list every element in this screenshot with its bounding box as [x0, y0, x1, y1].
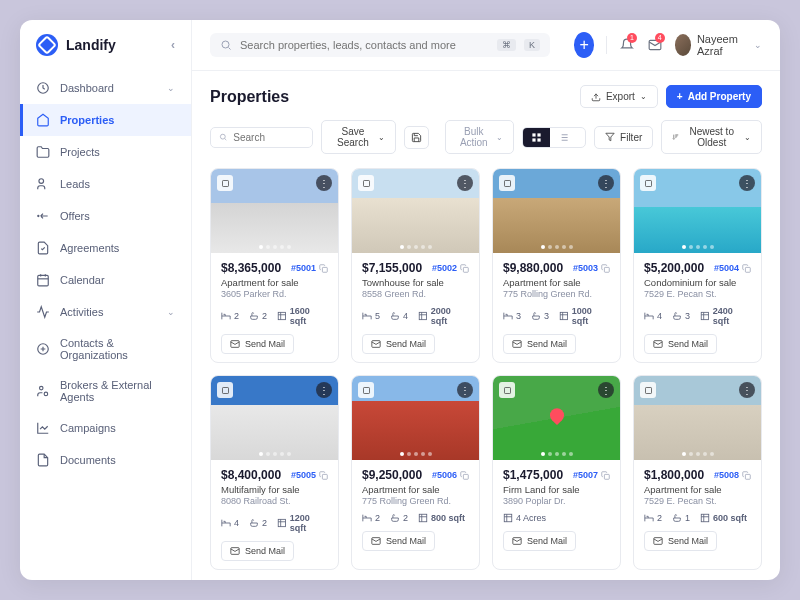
- save-search-button[interactable]: Save Search ⌄: [321, 120, 396, 154]
- nav-item-projects[interactable]: Projects: [20, 136, 191, 168]
- list-view-icon[interactable]: [550, 128, 577, 147]
- property-card[interactable]: ⋮ $7,155,000 #5002 Townhouse for sale 85…: [351, 168, 480, 363]
- nav-label: Documents: [60, 454, 116, 466]
- send-mail-button[interactable]: Send Mail: [503, 334, 576, 354]
- beds: 5: [362, 311, 380, 321]
- nav-item-offers[interactable]: Offers: [20, 200, 191, 232]
- nav-icon: [36, 81, 50, 95]
- property-card[interactable]: ⋮ $1,475,000 #5007 Firm Land for sale 38…: [492, 375, 621, 570]
- carousel-dots: [682, 245, 714, 249]
- property-card[interactable]: ⋮ $9,250,000 #5006 Apartment for sale 77…: [351, 375, 480, 570]
- property-type: Firm Land for sale: [503, 484, 610, 495]
- property-features: 4 Acres: [503, 513, 610, 523]
- card-menu-icon[interactable]: ⋮: [457, 382, 473, 398]
- send-mail-button[interactable]: Send Mail: [644, 334, 717, 354]
- card-menu-icon[interactable]: ⋮: [316, 382, 332, 398]
- property-id[interactable]: #5008: [714, 470, 751, 480]
- area: 2400 sqft: [700, 306, 751, 326]
- global-search-input[interactable]: [240, 39, 489, 51]
- nav-icon: [36, 421, 50, 435]
- search-filter-input[interactable]: [233, 132, 304, 143]
- nav-item-calendar[interactable]: Calendar: [20, 264, 191, 296]
- property-card[interactable]: ⋮ $1,800,000 #5008 Apartment for sale 75…: [633, 375, 762, 570]
- send-mail-button[interactable]: Send Mail: [362, 334, 435, 354]
- search-filter[interactable]: [210, 127, 313, 148]
- property-id[interactable]: #5005: [291, 470, 328, 480]
- svg-rect-28: [504, 180, 510, 186]
- beds: 4: [221, 518, 239, 528]
- nav-item-dashboard[interactable]: Dashboard⌄: [20, 72, 191, 104]
- property-card[interactable]: ⋮ $5,200,000 #5004 Condominium for sale …: [633, 168, 762, 363]
- property-features: 2 2 800 sqft: [362, 513, 469, 523]
- carousel-dots: [259, 245, 291, 249]
- sort-button[interactable]: Newest to Oldest ⌄: [661, 120, 762, 154]
- baths: 1: [672, 513, 690, 523]
- nav-item-activities[interactable]: Activities⌄: [20, 296, 191, 328]
- land-area: 4 Acres: [503, 513, 546, 523]
- property-card[interactable]: ⋮ $8,365,000 #5001 Apartment for sale 36…: [210, 168, 339, 363]
- card-menu-icon[interactable]: ⋮: [739, 175, 755, 191]
- add-property-button[interactable]: + Add Property: [666, 85, 762, 108]
- export-button[interactable]: Export ⌄: [580, 85, 658, 108]
- svg-point-10: [222, 41, 229, 48]
- area: 1200 sqft: [277, 513, 328, 533]
- filter-button[interactable]: Filter: [594, 126, 653, 149]
- property-type-badge-icon: [499, 382, 515, 398]
- send-mail-button[interactable]: Send Mail: [362, 531, 435, 551]
- property-card[interactable]: ⋮ $8,400,000 #5005 Multifamily for sale …: [210, 375, 339, 570]
- card-menu-icon[interactable]: ⋮: [457, 175, 473, 191]
- svg-rect-32: [645, 180, 651, 186]
- send-mail-button[interactable]: Send Mail: [221, 541, 294, 561]
- baths: 3: [672, 311, 690, 321]
- nav-label: Dashboard: [60, 82, 114, 94]
- svg-rect-49: [745, 474, 750, 479]
- nav-item-brokers-external-agents[interactable]: Brokers & External Agents: [20, 370, 191, 412]
- card-menu-icon[interactable]: ⋮: [598, 382, 614, 398]
- add-fab-button[interactable]: +: [574, 32, 594, 58]
- user-menu[interactable]: Nayeem Azraf ⌄: [675, 33, 762, 57]
- property-features: 4 3 2400 sqft: [644, 306, 751, 326]
- svg-rect-42: [419, 514, 427, 522]
- property-type: Condominium for sale: [644, 277, 751, 288]
- send-mail-button[interactable]: Send Mail: [644, 531, 717, 551]
- svg-rect-20: [222, 180, 228, 186]
- property-id[interactable]: #5007: [573, 470, 610, 480]
- nav-item-campaigns[interactable]: Campaigns: [20, 412, 191, 444]
- svg-rect-44: [504, 387, 510, 393]
- property-type: Apartment for sale: [503, 277, 610, 288]
- send-mail-button[interactable]: Send Mail: [503, 531, 576, 551]
- nav-item-leads[interactable]: Leads: [20, 168, 191, 200]
- baths: 2: [249, 518, 267, 528]
- property-id[interactable]: #5004: [714, 263, 751, 273]
- bulk-action-button[interactable]: Bulk Action ⌄: [445, 120, 514, 154]
- nav-item-documents[interactable]: Documents: [20, 444, 191, 476]
- nav-icon: [36, 145, 50, 159]
- card-menu-icon[interactable]: ⋮: [598, 175, 614, 191]
- property-id[interactable]: #5003: [573, 263, 610, 273]
- property-price: $8,400,000: [221, 468, 281, 482]
- nav-item-contacts-organizations[interactable]: Contacts & Organizations: [20, 328, 191, 370]
- property-id[interactable]: #5002: [432, 263, 469, 273]
- map-view-icon[interactable]: [577, 128, 586, 147]
- property-id[interactable]: #5006: [432, 470, 469, 480]
- property-image: ⋮: [211, 169, 338, 253]
- property-grid: ⋮ $8,365,000 #5001 Apartment for sale 36…: [210, 168, 762, 580]
- property-id[interactable]: #5001: [291, 263, 328, 273]
- send-mail-button[interactable]: Send Mail: [221, 334, 294, 354]
- property-card[interactable]: ⋮ $9,880,000 #5003 Apartment for sale 77…: [492, 168, 621, 363]
- global-search[interactable]: ⌘ K: [210, 33, 550, 57]
- kbd-shortcut: ⌘: [497, 39, 516, 51]
- search-icon: [219, 132, 227, 142]
- svg-point-1: [39, 179, 44, 184]
- messages-icon[interactable]: 4: [647, 35, 663, 55]
- property-price: $7,155,000: [362, 261, 422, 275]
- collapse-sidebar-icon[interactable]: ‹: [171, 38, 175, 52]
- nav-label: Properties: [60, 114, 114, 126]
- notifications-icon[interactable]: 1: [619, 35, 635, 55]
- nav-item-agreements[interactable]: Agreements: [20, 232, 191, 264]
- card-menu-icon[interactable]: ⋮: [739, 382, 755, 398]
- card-menu-icon[interactable]: ⋮: [316, 175, 332, 191]
- nav-item-properties[interactable]: Properties: [20, 104, 191, 136]
- grid-view-icon[interactable]: [523, 128, 550, 147]
- save-view-button[interactable]: [404, 126, 429, 149]
